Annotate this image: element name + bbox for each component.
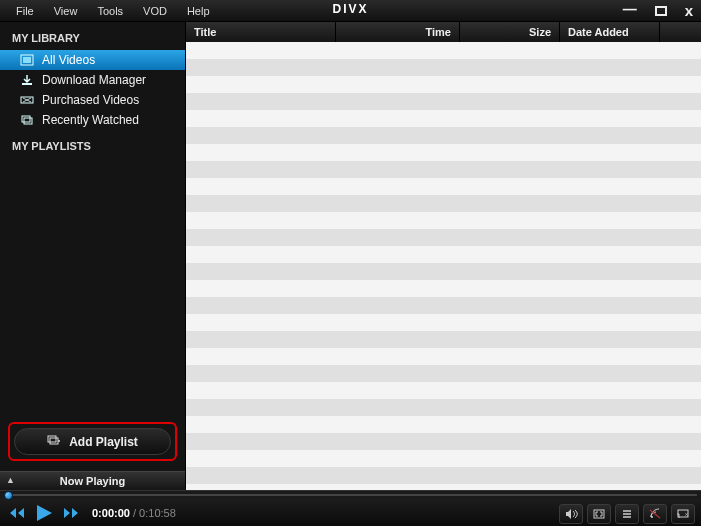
close-button[interactable]: x — [685, 2, 693, 19]
library-section-title: MY LIBRARY — [0, 22, 185, 50]
now-playing-label: Now Playing — [60, 475, 125, 487]
table-row[interactable] — [186, 416, 701, 433]
table-row[interactable] — [186, 229, 701, 246]
fullscreen-button[interactable] — [587, 504, 611, 524]
table-row[interactable] — [186, 212, 701, 229]
svg-point-9 — [651, 516, 653, 518]
table-row[interactable] — [186, 246, 701, 263]
cast-button[interactable] — [671, 504, 695, 524]
main-menu: File View Tools VOD Help — [0, 2, 220, 20]
svg-rect-6 — [48, 436, 56, 442]
sidebar: MY LIBRARY All Videos Download Manager P… — [0, 22, 186, 490]
table-row[interactable] — [186, 127, 701, 144]
table-row[interactable] — [186, 195, 701, 212]
right-controls — [559, 504, 695, 524]
column-spacer — [660, 22, 701, 42]
add-playlist-highlight: Add Playlist — [0, 416, 185, 471]
svg-rect-2 — [22, 83, 32, 85]
seek-thumb[interactable] — [4, 491, 13, 500]
seek-bar[interactable] — [0, 491, 701, 499]
menu-file[interactable]: File — [6, 2, 44, 20]
menu-vod[interactable]: VOD — [133, 2, 177, 20]
table-row[interactable] — [186, 450, 701, 467]
time-display: 0:00:00 / 0:10:58 — [92, 507, 176, 519]
film-icon — [20, 54, 34, 66]
previous-button[interactable] — [8, 506, 26, 520]
sidebar-item-label: Recently Watched — [42, 113, 139, 127]
table-row[interactable] — [186, 42, 701, 59]
add-playlist-icon — [47, 434, 61, 449]
table-row[interactable] — [186, 93, 701, 110]
player-bar: 0:00:00 / 0:10:58 — [0, 490, 701, 526]
time-separator: / — [130, 507, 139, 519]
table-row[interactable] — [186, 382, 701, 399]
add-playlist-label: Add Playlist — [69, 435, 138, 449]
volume-button[interactable] — [559, 504, 583, 524]
table-row[interactable] — [186, 297, 701, 314]
maximize-button[interactable] — [655, 6, 667, 16]
minimize-button[interactable]: — — [623, 1, 637, 17]
svg-rect-4 — [22, 116, 30, 122]
column-time[interactable]: Time — [340, 22, 460, 42]
table-body — [186, 42, 701, 490]
window-controls: — x — [623, 0, 693, 21]
playlists-section-title: MY PLAYLISTS — [0, 130, 185, 158]
sidebar-item-label: Purchased Videos — [42, 93, 139, 107]
now-playing-bar[interactable]: ▲ Now Playing — [0, 471, 185, 490]
app-logo: DIVX — [332, 2, 368, 16]
play-button[interactable] — [34, 504, 54, 522]
column-headers: Title Time Size Date Added — [186, 22, 701, 42]
table-row[interactable] — [186, 76, 701, 93]
sidebar-item-label: Download Manager — [42, 73, 146, 87]
menu-help[interactable]: Help — [177, 2, 220, 20]
next-button[interactable] — [62, 506, 80, 520]
menu-tools[interactable]: Tools — [87, 2, 133, 20]
table-row[interactable] — [186, 144, 701, 161]
transport-controls: 0:00:00 / 0:10:58 — [0, 499, 701, 526]
time-duration: 0:10:58 — [139, 507, 176, 519]
download-icon — [20, 74, 34, 86]
column-size[interactable]: Size — [460, 22, 560, 42]
ticket-icon — [20, 94, 34, 106]
sidebar-item-recently-watched[interactable]: Recently Watched — [0, 110, 185, 130]
seek-track — [4, 494, 697, 496]
time-current: 0:00:00 — [92, 507, 130, 519]
stack-icon — [20, 114, 34, 126]
sidebar-item-all-videos[interactable]: All Videos — [0, 50, 185, 70]
sidebar-item-purchased-videos[interactable]: Purchased Videos — [0, 90, 185, 110]
table-row[interactable] — [186, 314, 701, 331]
svg-rect-5 — [24, 118, 32, 124]
sidebar-spacer — [0, 158, 185, 416]
table-row[interactable] — [186, 331, 701, 348]
table-row[interactable] — [186, 433, 701, 450]
content-area: Title Time Size Date Added — [186, 22, 701, 490]
add-playlist-button[interactable]: Add Playlist — [14, 428, 171, 455]
title-bar: File View Tools VOD Help DIVX — x — [0, 0, 701, 22]
sidebar-item-label: All Videos — [42, 53, 95, 67]
table-row[interactable] — [186, 59, 701, 76]
table-row[interactable] — [186, 110, 701, 127]
playlist-button[interactable] — [615, 504, 639, 524]
main-area: MY LIBRARY All Videos Download Manager P… — [0, 22, 701, 490]
table-row[interactable] — [186, 280, 701, 297]
table-row[interactable] — [186, 348, 701, 365]
collapse-arrow-icon: ▲ — [6, 475, 15, 485]
stream-button[interactable] — [643, 504, 667, 524]
svg-rect-1 — [23, 57, 31, 63]
column-date[interactable]: Date Added — [560, 22, 660, 42]
table-row[interactable] — [186, 178, 701, 195]
column-title[interactable]: Title — [186, 22, 336, 42]
sidebar-item-download-manager[interactable]: Download Manager — [0, 70, 185, 90]
table-row[interactable] — [186, 467, 701, 484]
add-playlist-outline: Add Playlist — [8, 422, 177, 461]
table-row[interactable] — [186, 365, 701, 382]
table-row[interactable] — [186, 161, 701, 178]
svg-rect-7 — [50, 438, 58, 444]
menu-view[interactable]: View — [44, 2, 88, 20]
table-row[interactable] — [186, 399, 701, 416]
table-row[interactable] — [186, 263, 701, 280]
